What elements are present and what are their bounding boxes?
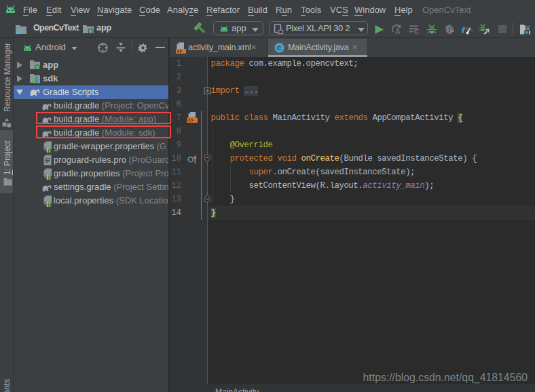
svg-text:A: A — [395, 28, 400, 35]
svg-text:C: C — [277, 44, 282, 52]
